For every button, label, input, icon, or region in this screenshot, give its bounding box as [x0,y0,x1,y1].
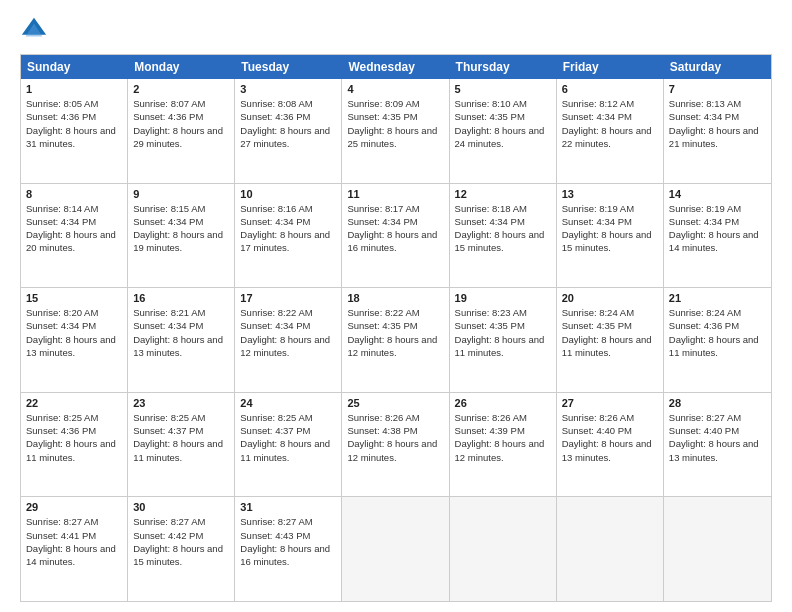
sunset-text: Sunset: 4:34 PM [240,319,336,332]
calendar-cell: 2 Sunrise: 8:07 AM Sunset: 4:36 PM Dayli… [128,79,235,183]
calendar-cell: 5 Sunrise: 8:10 AM Sunset: 4:35 PM Dayli… [450,79,557,183]
sunset-text: Sunset: 4:42 PM [133,529,229,542]
sunset-text: Sunset: 4:36 PM [26,424,122,437]
daylight-text: Daylight: 8 hours and 11 minutes. [26,437,122,464]
calendar-cell: 16 Sunrise: 8:21 AM Sunset: 4:34 PM Dayl… [128,288,235,392]
day-number: 10 [240,188,336,200]
calendar-cell: 27 Sunrise: 8:26 AM Sunset: 4:40 PM Dayl… [557,393,664,497]
calendar-cell: 13 Sunrise: 8:19 AM Sunset: 4:34 PM Dayl… [557,184,664,288]
weekday-header: Sunday [21,55,128,79]
day-number: 16 [133,292,229,304]
daylight-text: Daylight: 8 hours and 14 minutes. [669,228,766,255]
daylight-text: Daylight: 8 hours and 20 minutes. [26,228,122,255]
calendar-cell: 24 Sunrise: 8:25 AM Sunset: 4:37 PM Dayl… [235,393,342,497]
calendar-cell: 28 Sunrise: 8:27 AM Sunset: 4:40 PM Dayl… [664,393,771,497]
sunset-text: Sunset: 4:34 PM [562,110,658,123]
day-number: 29 [26,501,122,513]
calendar-header: SundayMondayTuesdayWednesdayThursdayFrid… [21,55,771,79]
calendar-cell: 23 Sunrise: 8:25 AM Sunset: 4:37 PM Dayl… [128,393,235,497]
sunset-text: Sunset: 4:34 PM [133,215,229,228]
calendar-cell: 12 Sunrise: 8:18 AM Sunset: 4:34 PM Dayl… [450,184,557,288]
sunrise-text: Sunrise: 8:16 AM [240,202,336,215]
sunset-text: Sunset: 4:35 PM [347,319,443,332]
sunrise-text: Sunrise: 8:27 AM [133,515,229,528]
day-number: 24 [240,397,336,409]
day-number: 14 [669,188,766,200]
day-number: 3 [240,83,336,95]
page: SundayMondayTuesdayWednesdayThursdayFrid… [0,0,792,612]
weekday-header: Monday [128,55,235,79]
day-number: 20 [562,292,658,304]
day-number: 13 [562,188,658,200]
daylight-text: Daylight: 8 hours and 27 minutes. [240,124,336,151]
day-number: 22 [26,397,122,409]
day-number: 28 [669,397,766,409]
calendar-cell [664,497,771,601]
day-number: 15 [26,292,122,304]
sunrise-text: Sunrise: 8:21 AM [133,306,229,319]
calendar: SundayMondayTuesdayWednesdayThursdayFrid… [20,54,772,602]
daylight-text: Daylight: 8 hours and 15 minutes. [455,228,551,255]
daylight-text: Daylight: 8 hours and 21 minutes. [669,124,766,151]
sunset-text: Sunset: 4:34 PM [455,215,551,228]
sunrise-text: Sunrise: 8:12 AM [562,97,658,110]
sunset-text: Sunset: 4:37 PM [133,424,229,437]
day-number: 18 [347,292,443,304]
daylight-text: Daylight: 8 hours and 13 minutes. [133,333,229,360]
day-number: 19 [455,292,551,304]
daylight-text: Daylight: 8 hours and 13 minutes. [562,437,658,464]
sunset-text: Sunset: 4:36 PM [240,110,336,123]
calendar-cell: 18 Sunrise: 8:22 AM Sunset: 4:35 PM Dayl… [342,288,449,392]
calendar-cell: 6 Sunrise: 8:12 AM Sunset: 4:34 PM Dayli… [557,79,664,183]
sunset-text: Sunset: 4:34 PM [133,319,229,332]
calendar-cell [450,497,557,601]
sunrise-text: Sunrise: 8:19 AM [562,202,658,215]
sunset-text: Sunset: 4:34 PM [562,215,658,228]
sunset-text: Sunset: 4:35 PM [455,110,551,123]
sunset-text: Sunset: 4:35 PM [347,110,443,123]
daylight-text: Daylight: 8 hours and 12 minutes. [240,333,336,360]
sunset-text: Sunset: 4:40 PM [562,424,658,437]
day-number: 26 [455,397,551,409]
sunset-text: Sunset: 4:35 PM [562,319,658,332]
calendar-cell: 11 Sunrise: 8:17 AM Sunset: 4:34 PM Dayl… [342,184,449,288]
daylight-text: Daylight: 8 hours and 11 minutes. [133,437,229,464]
daylight-text: Daylight: 8 hours and 16 minutes. [347,228,443,255]
calendar-cell: 21 Sunrise: 8:24 AM Sunset: 4:36 PM Dayl… [664,288,771,392]
sunrise-text: Sunrise: 8:27 AM [240,515,336,528]
weekday-header: Saturday [664,55,771,79]
sunrise-text: Sunrise: 8:09 AM [347,97,443,110]
day-number: 21 [669,292,766,304]
sunset-text: Sunset: 4:34 PM [26,319,122,332]
calendar-cell: 25 Sunrise: 8:26 AM Sunset: 4:38 PM Dayl… [342,393,449,497]
sunrise-text: Sunrise: 8:25 AM [26,411,122,424]
sunrise-text: Sunrise: 8:26 AM [455,411,551,424]
sunrise-text: Sunrise: 8:08 AM [240,97,336,110]
daylight-text: Daylight: 8 hours and 12 minutes. [347,333,443,360]
day-number: 31 [240,501,336,513]
sunset-text: Sunset: 4:43 PM [240,529,336,542]
daylight-text: Daylight: 8 hours and 22 minutes. [562,124,658,151]
sunrise-text: Sunrise: 8:20 AM [26,306,122,319]
sunrise-text: Sunrise: 8:27 AM [669,411,766,424]
day-number: 6 [562,83,658,95]
sunrise-text: Sunrise: 8:22 AM [347,306,443,319]
daylight-text: Daylight: 8 hours and 31 minutes. [26,124,122,151]
daylight-text: Daylight: 8 hours and 25 minutes. [347,124,443,151]
day-number: 5 [455,83,551,95]
calendar-cell: 8 Sunrise: 8:14 AM Sunset: 4:34 PM Dayli… [21,184,128,288]
sunrise-text: Sunrise: 8:13 AM [669,97,766,110]
daylight-text: Daylight: 8 hours and 11 minutes. [669,333,766,360]
sunrise-text: Sunrise: 8:07 AM [133,97,229,110]
sunset-text: Sunset: 4:34 PM [240,215,336,228]
sunrise-text: Sunrise: 8:22 AM [240,306,336,319]
calendar-cell: 15 Sunrise: 8:20 AM Sunset: 4:34 PM Dayl… [21,288,128,392]
calendar-row: 29 Sunrise: 8:27 AM Sunset: 4:41 PM Dayl… [21,497,771,601]
sunset-text: Sunset: 4:34 PM [26,215,122,228]
sunrise-text: Sunrise: 8:19 AM [669,202,766,215]
sunset-text: Sunset: 4:36 PM [26,110,122,123]
daylight-text: Daylight: 8 hours and 29 minutes. [133,124,229,151]
daylight-text: Daylight: 8 hours and 11 minutes. [562,333,658,360]
calendar-cell: 3 Sunrise: 8:08 AM Sunset: 4:36 PM Dayli… [235,79,342,183]
sunrise-text: Sunrise: 8:18 AM [455,202,551,215]
